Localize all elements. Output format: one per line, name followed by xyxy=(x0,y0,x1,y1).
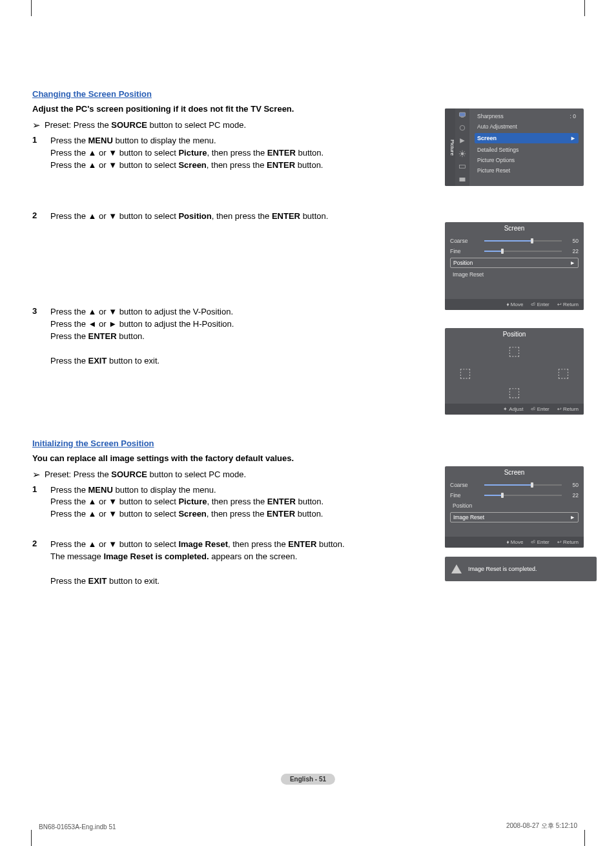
svg-rect-5 xyxy=(460,178,466,181)
tv-icon xyxy=(458,111,466,119)
footer-timestamp: 2008-08-27 오후 5:12:10 xyxy=(506,821,577,831)
sound-icon xyxy=(458,124,466,132)
osd-position-menu: Position ⬚ ⬚ ⬚ ⬚ ✦ Adjust ⏎ Enter ↩ Retu… xyxy=(445,328,584,415)
row-image-reset-selected: Image Reset► xyxy=(450,512,579,522)
heading-initializing: Initializing the Screen Position xyxy=(32,438,584,448)
toast-image-reset: Image Reset is completed. xyxy=(445,557,597,581)
footer-return: ↩ Return xyxy=(557,302,579,307)
osd-title: Screen xyxy=(445,222,584,233)
footer-return: ↩ Return xyxy=(557,539,579,545)
footer-enter: ⏎ Enter xyxy=(531,302,549,307)
input-icon xyxy=(458,163,466,170)
footer-return: ↩ Return xyxy=(557,406,579,412)
svg-rect-0 xyxy=(460,112,466,116)
slider-fine: Fine 22 xyxy=(450,490,579,500)
osd-position-title: Position xyxy=(445,328,584,339)
chevron-right-icon: ► xyxy=(570,135,576,141)
pointer-icon: ➢ xyxy=(32,469,41,479)
menu-picture-reset: Picture Reset xyxy=(475,165,579,176)
arrow-right-icon: ⬚ xyxy=(557,365,570,380)
menu-picture-options: Picture Options xyxy=(475,155,579,165)
arrow-up-icon: ⬚ xyxy=(508,343,520,358)
osd-title: Screen xyxy=(445,466,584,477)
osd-picture-menu: Picture Sharpness: 0 Auto Adjustment Scr… xyxy=(445,108,584,186)
step-2: 2 Press the ▲ or ▼ button to select Posi… xyxy=(32,211,584,223)
footer-adjust: ✦ Adjust xyxy=(503,406,523,412)
footer-enter: ⏎ Enter xyxy=(531,539,549,545)
slider-fine: Fine 22 xyxy=(450,246,579,256)
menu-detailed-settings: Detailed Settings xyxy=(475,145,579,155)
menu-auto-adjustment: Auto Adjustment xyxy=(475,121,579,132)
svg-point-3 xyxy=(461,152,464,156)
chevron-right-icon: ► xyxy=(570,260,575,266)
osd-icon-column xyxy=(455,108,469,186)
osd-tab-label: Picture xyxy=(445,108,455,186)
footer-enter: ⏎ Enter xyxy=(531,406,549,412)
arrow-left-icon: ⬚ xyxy=(459,365,471,380)
channel-icon xyxy=(458,137,466,145)
row-position-selected: Position► xyxy=(450,258,579,268)
menu-sharpness: Sharpness xyxy=(477,113,504,119)
footer-file: BN68-01653A-Eng.indb 51 xyxy=(39,823,116,831)
chevron-right-icon: ► xyxy=(570,514,575,521)
warning-icon xyxy=(451,564,462,573)
footer-move: ♦ Move xyxy=(507,302,524,307)
row-position: Position xyxy=(450,500,579,511)
page-label: English - 51 xyxy=(281,774,335,785)
toast-text: Image Reset is completed. xyxy=(468,566,537,572)
row-image-reset: Image Reset xyxy=(450,269,579,280)
pointer-icon: ➢ xyxy=(32,120,41,130)
osd-screen-menu-1: Screen Coarse 50 Fine 22 Position► Image… xyxy=(445,222,584,310)
setup-icon xyxy=(458,150,466,158)
slider-coarse: Coarse 50 xyxy=(450,236,579,246)
footer-move: ♦ Move xyxy=(507,539,524,545)
slider-coarse: Coarse 50 xyxy=(450,480,579,490)
svg-rect-4 xyxy=(460,165,466,169)
subheading-2: You can replace all image settings with … xyxy=(32,453,584,463)
svg-point-2 xyxy=(460,125,465,130)
osd-screen-menu-2: Screen Coarse 50 Fine 22 Position Image … xyxy=(445,466,584,548)
menu-screen-selected: Screen► xyxy=(475,133,579,143)
svg-rect-1 xyxy=(461,117,464,118)
app-icon xyxy=(458,176,466,183)
menu-sharpness-val: : 0 xyxy=(570,113,576,119)
arrow-down-icon: ⬚ xyxy=(508,384,520,400)
heading-changing: Changing the Screen Position xyxy=(32,89,584,99)
